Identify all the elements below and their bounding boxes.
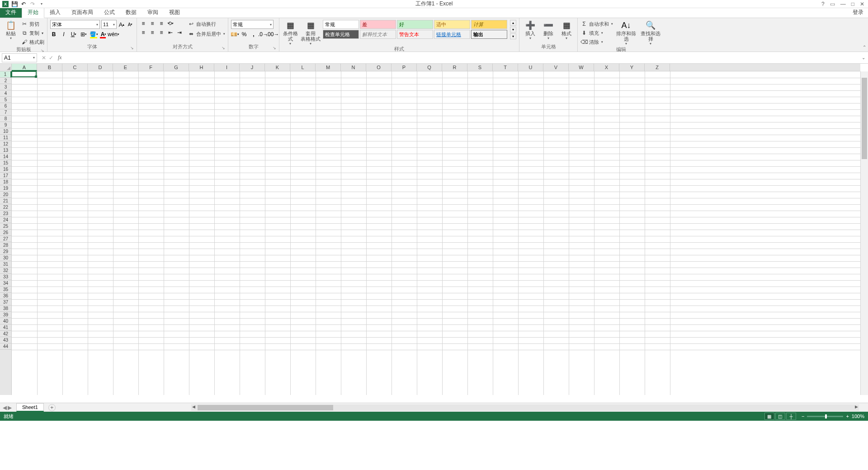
col-header[interactable]: Z — [645, 64, 670, 71]
cut-button[interactable]: ✂剪切 — [21, 20, 44, 28]
number-launcher-icon[interactable]: ↘ — [273, 46, 276, 50]
table-format-button[interactable]: ▦ 套用 表格格式 ▾ — [300, 20, 321, 46]
accounting-button[interactable]: 💴▾ — [231, 31, 238, 38]
phonetic-button[interactable]: wén▾ — [110, 31, 117, 38]
gallery-down-icon[interactable]: ▾ — [510, 27, 516, 33]
style-cell[interactable]: 计算 — [471, 20, 507, 29]
fill-color-button[interactable]: 🪣▾ — [90, 31, 97, 38]
close-icon[interactable]: ✕ — [860, 1, 864, 7]
style-cell[interactable]: 差 — [360, 20, 396, 29]
clear-button[interactable]: ⌫清除▾ — [580, 38, 613, 46]
style-cell[interactable]: 解释性文本 — [360, 30, 396, 39]
col-header[interactable]: T — [493, 64, 518, 71]
number-format-combo[interactable]: 常规▾ — [231, 20, 274, 29]
find-select-button[interactable]: 🔍查找和选择▾ — [639, 20, 662, 46]
col-header[interactable]: K — [265, 64, 290, 71]
col-header[interactable]: P — [392, 64, 417, 71]
format-painter-button[interactable]: 🖌格式刷 — [21, 38, 44, 46]
col-header[interactable]: H — [189, 64, 214, 71]
indent-inc-icon[interactable]: ⇥ — [176, 29, 183, 36]
view-layout-button[interactable]: ◫ — [775, 413, 785, 420]
row-header[interactable]: 21 — [0, 198, 11, 204]
align-launcher-icon[interactable]: ↘ — [222, 46, 225, 50]
fx-icon[interactable]: fx — [58, 54, 65, 61]
sheet-nav-prev-icon[interactable]: ◀ — [3, 404, 7, 411]
col-header[interactable]: M — [316, 64, 341, 71]
grow-font-icon[interactable]: A▴ — [118, 21, 125, 28]
dec-decimal-icon[interactable]: .00→ — [269, 31, 276, 38]
tab-开始[interactable]: 开始 — [22, 7, 44, 18]
italic-button[interactable]: I — [60, 31, 67, 38]
sheet-tab[interactable]: Sheet1 — [16, 403, 44, 412]
insert-cells-button[interactable]: ➕插入▾ — [522, 20, 538, 40]
border-button[interactable]: ⊞▾ — [80, 31, 87, 38]
col-header[interactable]: L — [290, 64, 316, 71]
bold-button[interactable]: B — [50, 31, 57, 38]
minimize-icon[interactable]: — — [840, 1, 846, 7]
inc-decimal-icon[interactable]: .0→ — [259, 31, 267, 38]
vertical-scrollbar[interactable] — [860, 71, 868, 395]
row-header[interactable]: 37 — [0, 299, 11, 306]
login-link[interactable]: 登录 — [848, 7, 868, 18]
gallery-more-icon[interactable]: ▾ — [510, 33, 516, 39]
undo-icon[interactable]: ↶ — [20, 0, 27, 8]
row-header[interactable]: 13 — [0, 147, 11, 154]
row-header[interactable]: 34 — [0, 280, 11, 287]
row-header[interactable]: 32 — [0, 268, 11, 274]
row-header[interactable]: 44 — [0, 343, 11, 350]
row-header[interactable]: 26 — [0, 230, 11, 236]
zoom-value[interactable]: 100% — [852, 414, 864, 419]
row-header[interactable]: 20 — [0, 192, 11, 198]
qat-more-icon[interactable]: ▾ — [38, 0, 45, 8]
align-left-icon[interactable]: ≡ — [140, 29, 147, 36]
expand-formula-icon[interactable]: ⌄ — [859, 55, 868, 60]
row-header[interactable]: 36 — [0, 293, 11, 299]
style-cell[interactable]: 适中 — [434, 20, 470, 29]
row-header[interactable]: 15 — [0, 160, 11, 166]
sheet-nav-next-icon[interactable]: ▶ — [8, 404, 12, 411]
row-header[interactable]: 38 — [0, 306, 11, 312]
style-cell[interactable]: 警告文本 — [397, 30, 433, 39]
cell-styles-gallery[interactable]: 常规差好适中计算检查单元格解释性文本警告文本链接单元格输出 — [323, 20, 507, 39]
col-header[interactable]: S — [467, 64, 493, 71]
format-cells-button[interactable]: ▦格式▾ — [558, 20, 575, 40]
row-header[interactable]: 16 — [0, 166, 11, 173]
col-header[interactable]: I — [214, 64, 240, 71]
row-header[interactable]: 9 — [0, 122, 11, 128]
style-cell[interactable]: 好 — [397, 20, 433, 29]
zoom-out-button[interactable]: − — [802, 414, 804, 419]
wrap-text-button[interactable]: ↩自动换行 — [188, 20, 225, 28]
col-header[interactable]: D — [88, 64, 113, 71]
col-header[interactable]: Y — [619, 64, 645, 71]
row-header[interactable]: 23 — [0, 211, 11, 217]
select-all-button[interactable] — [0, 64, 12, 71]
style-cell[interactable]: 常规 — [323, 20, 359, 29]
row-header[interactable]: 18 — [0, 179, 11, 185]
percent-button[interactable]: % — [241, 31, 248, 38]
add-sheet-button[interactable]: + — [48, 404, 56, 411]
collapse-ribbon-icon[interactable]: ⌃ — [863, 45, 866, 50]
font-size-combo[interactable]: 11▾ — [101, 20, 117, 29]
align-bottom-icon[interactable]: ≡ — [158, 20, 165, 27]
col-header[interactable]: F — [138, 64, 164, 71]
enter-formula-icon[interactable]: ✓ — [49, 55, 53, 61]
row-header[interactable]: 41 — [0, 324, 11, 331]
row-header[interactable]: 17 — [0, 173, 11, 179]
row-header[interactable]: 29 — [0, 249, 11, 255]
col-header[interactable]: O — [366, 64, 392, 71]
tab-插入[interactable]: 插入 — [44, 7, 66, 18]
align-top-icon[interactable]: ≡ — [140, 20, 147, 27]
zoom-slider[interactable] — [807, 416, 843, 417]
font-color-button[interactable]: A▾ — [100, 31, 107, 38]
underline-button[interactable]: U▾ — [70, 31, 77, 38]
fill-button[interactable]: ⬇填充▾ — [580, 29, 613, 37]
view-break-button[interactable]: ┼ — [786, 413, 796, 420]
cond-format-button[interactable]: ▦ 条件格式 ▾ — [282, 20, 298, 46]
horizontal-scrollbar[interactable]: ◀ ▶ — [191, 404, 859, 411]
tab-审阅[interactable]: 审阅 — [142, 7, 164, 18]
row-header[interactable]: 19 — [0, 185, 11, 192]
row-header[interactable]: 10 — [0, 128, 11, 135]
align-right-icon[interactable]: ≡ — [158, 29, 165, 36]
maximize-icon[interactable]: □ — [851, 1, 854, 7]
sort-filter-button[interactable]: A↓排序和筛选▾ — [615, 20, 637, 46]
